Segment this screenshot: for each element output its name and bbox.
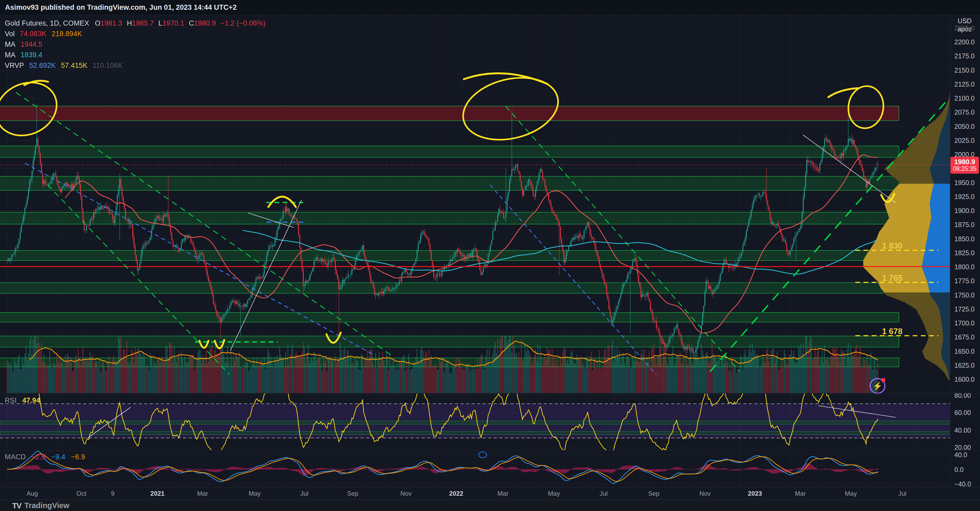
price-scale-label: 2125.0: [955, 81, 974, 88]
time-axis-label[interactable]: Nov: [401, 490, 412, 497]
ma-slow-value: 1839.4: [21, 51, 43, 59]
time-axis-label[interactable]: 9: [111, 490, 115, 497]
price-scale-label: 2100.0: [955, 95, 974, 102]
time-axis-label[interactable]: Nov: [700, 490, 711, 497]
volume-value: 74.083K: [20, 30, 46, 38]
price-scale-label: 1625.0: [955, 362, 974, 369]
vrvp-value-2: 57.415K: [61, 62, 88, 70]
price-scale-label: 1775.0: [955, 277, 974, 285]
open-value: 1981.3: [100, 19, 122, 27]
price-scale-label: 1825.0: [955, 249, 974, 257]
pane-separator: [0, 15, 980, 15]
rsi-label: RSI: [5, 397, 17, 405]
ma-fast-row[interactable]: MA 1944.5: [5, 40, 266, 49]
price-scale-label: 2050.0: [955, 123, 974, 130]
level-label: 1 830: [853, 241, 932, 251]
level-label: 1 765: [853, 273, 932, 283]
price-scale[interactable]: USD apoz 2225.02200.02175.02150.02125.02…: [950, 15, 980, 499]
tradingview-logo-icon[interactable]: TV: [12, 501, 21, 510]
ma-slow-label: MA: [5, 51, 16, 59]
low-value: 1970.1: [162, 19, 185, 27]
time-axis[interactable]: AugOct92021MarMayJulSepNov2022MarMayJulS…: [0, 487, 980, 499]
ma-fast-value: 1944.5: [21, 40, 43, 48]
high-value: 1985.7: [132, 19, 154, 27]
time-axis-label[interactable]: Jul: [300, 490, 309, 497]
macd-signal-value: −6.9: [71, 453, 85, 461]
bar-countdown: 08:25:35: [953, 165, 977, 172]
open-label: O: [95, 19, 100, 27]
price-scale-label: 1675.0: [955, 333, 974, 341]
macd-label: MACD: [5, 453, 26, 461]
time-axis-label[interactable]: May: [845, 490, 857, 497]
macd-line-value: −9.4: [51, 453, 65, 461]
price-scale-label: 1900.0: [955, 207, 974, 214]
pane-separator: [0, 499, 980, 500]
volume-label: Vol: [5, 30, 15, 38]
time-axis-label[interactable]: Mar: [795, 490, 806, 497]
time-axis-label[interactable]: Sep: [347, 490, 358, 497]
rsi-scale-label: 60.00: [955, 409, 971, 416]
time-axis-label[interactable]: 2023: [748, 490, 762, 497]
change-value: −1.2 (−0.06%): [221, 19, 266, 27]
rsi-scale-label: 40.00: [955, 427, 971, 434]
time-axis-label[interactable]: Oct: [76, 490, 86, 497]
ma-fast-label: MA: [5, 40, 16, 48]
rsi-legend[interactable]: RSI 47.94: [5, 397, 40, 405]
footer-bar: TV TradingView: [0, 500, 980, 511]
price-scale-label: 1850.0: [955, 235, 974, 243]
price-scale-label: 1600.0: [955, 376, 974, 383]
price-scale-label: 2075.0: [955, 108, 974, 116]
vrvp-row[interactable]: VRVP 52.692K 57.415K 110.106K: [5, 61, 266, 70]
ma-slow-row[interactable]: MA 1839.4: [5, 51, 266, 59]
pane-separator: [0, 450, 980, 451]
price-scale-label: 2150.0: [955, 67, 974, 74]
pane-separator: [0, 393, 980, 394]
close-value: 1980.9: [194, 19, 216, 27]
close-label: C: [189, 19, 194, 27]
symbol-title[interactable]: Gold Futures, 1D, COMEX: [5, 19, 89, 27]
price-scale-label: 1750.0: [955, 291, 974, 299]
macd-scale-label: 0.0: [955, 466, 964, 473]
price-scale-label: 1725.0: [955, 305, 974, 313]
macd-scale-label: −40.0: [955, 480, 971, 488]
rsi-scale-label: 80.00: [955, 392, 971, 399]
time-axis-label[interactable]: Jul: [600, 490, 608, 497]
last-price-value: 1980.9: [954, 158, 975, 165]
alert-dot: [881, 378, 885, 382]
price-scale-label: 2225.0: [955, 24, 974, 32]
time-axis-label[interactable]: Jul: [898, 490, 907, 497]
tradingview-chart-window: Asimov93 published on TradingView.com, J…: [0, 0, 980, 511]
price-scale-label: 2175.0: [955, 52, 974, 60]
price-scale-label: 1875.0: [955, 221, 974, 229]
macd-scale-label: 40.0: [955, 451, 967, 459]
time-axis-label[interactable]: May: [548, 490, 560, 497]
level-label: 1 678: [853, 327, 932, 336]
price-scale-label: 1700.0: [955, 319, 974, 327]
price-scale-label: 1650.0: [955, 348, 974, 355]
macd-legend[interactable]: MACD −2.5 −9.4 −6.9: [5, 453, 85, 461]
time-axis-label[interactable]: May: [248, 490, 261, 497]
price-scale-label: 2200.0: [955, 38, 974, 46]
vrvp-value-3: 110.106K: [93, 62, 123, 70]
price-scale-label: 1950.0: [955, 179, 974, 187]
price-scale-label: 2025.0: [955, 137, 974, 144]
time-axis-label[interactable]: Aug: [27, 490, 38, 497]
high-label: H: [127, 19, 132, 27]
time-axis-label[interactable]: 2022: [449, 490, 463, 497]
price-scale-label: 1800.0: [955, 263, 974, 271]
price-chart-canvas[interactable]: [0, 0, 980, 511]
vrvp-label: VRVP: [5, 62, 24, 70]
alert-flash-icon[interactable]: ⚡: [870, 378, 885, 394]
symbol-row[interactable]: Gold Futures, 1D, COMEX O1981.3 H1985.7 …: [5, 19, 266, 28]
volume-row[interactable]: Vol 74.083K 218.894K: [5, 30, 266, 38]
time-axis-label[interactable]: Mar: [197, 490, 208, 497]
last-price-tag: 1980.9 08:25:35: [950, 157, 979, 174]
time-axis-label[interactable]: Sep: [648, 490, 660, 497]
time-axis-label[interactable]: Mar: [497, 490, 508, 497]
vrvp-value-1: 52.692K: [29, 62, 56, 70]
price-scale-label: 1925.0: [955, 193, 974, 201]
low-label: L: [159, 19, 162, 27]
time-axis-label[interactable]: 2021: [150, 490, 164, 497]
tradingview-logo-text[interactable]: TradingView: [24, 501, 69, 510]
macd-hist-value: −2.5: [32, 453, 45, 461]
